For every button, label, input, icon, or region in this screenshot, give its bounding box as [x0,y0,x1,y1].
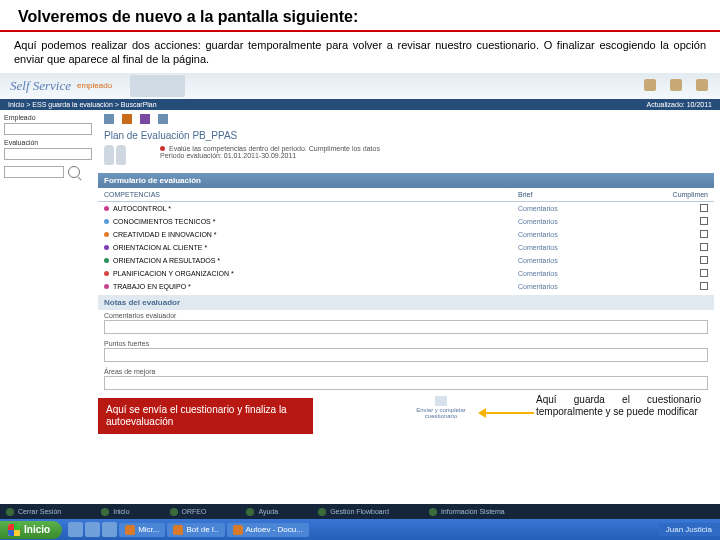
input-areas[interactable] [104,376,708,390]
competency-checkbox[interactable] [700,230,708,238]
plan-title: Plan de Evaluación PB_PPAS [104,130,237,141]
competency-checkbox[interactable] [700,256,708,264]
competency-table-header: COMPETENCIAS Brief Cumplimen [98,188,714,202]
th-brief: Brief [518,191,658,198]
competency-checkbox[interactable] [700,269,708,277]
bullet-icon [104,232,109,237]
banner-icon-group [644,79,708,91]
competency-brief-link[interactable]: Comentarios [518,205,658,212]
app-banner: Self Service empleado [0,73,720,99]
competency-name: ORIENTACION AL CLIENTE * [113,244,518,251]
meta-line-1: Evalúe las competencias dentro del perio… [160,145,380,152]
competency-name: CONOCIMIENTOS TECNICOS * [113,218,518,225]
competency-brief-link[interactable]: Comentarios [518,270,658,277]
footer-link[interactable]: Ayuda [246,508,278,516]
system-tray[interactable]: Juan Justicia [658,523,720,536]
bullet-icon [104,258,109,263]
taskbar-task[interactable]: Autoev - Docu... [227,523,309,537]
breadcrumb-path[interactable]: Inicio > ESS guarda la evaluación > Busc… [8,101,157,108]
footer-dot-icon [429,508,437,516]
search-input[interactable] [4,166,64,178]
slide-intro: Aquí podemos realizar dos acciones: guar… [0,32,720,73]
competency-brief-link[interactable]: Comentarios [518,244,658,251]
competency-brief-link[interactable]: Comentarios [518,218,658,225]
employee-input[interactable] [4,123,92,135]
competency-row[interactable]: AUTOCONTROL *Comentarios [98,202,714,215]
task-app-icon [125,525,135,535]
footer-link[interactable]: Gestión Flowboard [318,508,389,516]
bullet-icon [104,206,109,211]
competency-name: TRABAJO EN EQUIPO * [113,283,518,290]
sidebar-label-employee: Empleado [4,114,94,121]
callout-save: Aquí guarda el cuestionario temporalment… [536,394,701,419]
footer-dot-icon [246,508,254,516]
bullet-icon [104,219,109,224]
competency-name: PLANIFICACION Y ORGANIZACION * [113,270,518,277]
label-comentarios: Comentarios evaluador [104,312,708,319]
competency-checkbox[interactable] [700,243,708,251]
bullet-icon [104,284,109,289]
competency-row[interactable]: ORIENTACION AL CLIENTE *Comentarios [98,241,714,254]
main-panel: Plan de Evaluación PB_PPAS Evalúe las co… [98,110,720,394]
breadcrumb-bar: Inicio > ESS guarda la evaluación > Busc… [0,99,720,110]
toolbar-icon-4[interactable] [158,114,168,124]
people-illustration [104,145,130,167]
competency-brief-link[interactable]: Comentarios [518,231,658,238]
competency-brief-link[interactable]: Comentarios [518,283,658,290]
footer-link[interactable]: Cerrar Sesión [6,508,61,516]
app-footer: Cerrar SesiónInicioORFEOAyudaGestión Flo… [0,504,720,519]
taskbar-task[interactable]: Bot de I.. [167,523,224,537]
sidebar: Empleado Evaluación [0,110,98,394]
competency-row[interactable]: CONOCIMIENTOS TECNICOS *Comentarios [98,215,714,228]
competency-checkbox[interactable] [700,282,708,290]
task-app-icon [233,525,243,535]
start-button[interactable]: Inicio [0,521,62,539]
section-form-header: Formulario de evaluación [98,173,714,188]
quicklaunch-icon-3[interactable] [102,522,117,537]
footer-dot-icon [318,508,326,516]
competency-row[interactable]: PLANIFICACION Y ORGANIZACION *Comentario… [98,267,714,280]
competency-name: ORIENTACION A RESULTADOS * [113,257,518,264]
competency-name: CREATIVIDAD E INNOVACION * [113,231,518,238]
th-competencias: COMPETENCIAS [104,191,518,198]
app-logo-subtitle: empleado [77,81,112,90]
toolbar-icon-3[interactable] [140,114,150,124]
label-areas: Áreas de mejora [104,368,708,375]
competency-row[interactable]: CREATIVIDAD E INNOVACION *Comentarios [98,228,714,241]
windows-taskbar: Inicio Micr...Bot de I..Autoev - Docu...… [0,519,720,540]
quicklaunch-icon-1[interactable] [68,522,83,537]
banner-help-icon[interactable] [696,79,708,91]
search-icon[interactable] [68,166,80,178]
competency-name: AUTOCONTROL * [113,205,518,212]
footer-link[interactable]: Información Sistema [429,508,505,516]
bullet-icon [104,245,109,250]
footer-link[interactable]: Inicio [101,508,129,516]
toolbar [98,112,714,128]
toolbar-icon-1[interactable] [104,114,114,124]
input-comentarios[interactable] [104,320,708,334]
competency-checkbox[interactable] [700,204,708,212]
taskbar-task[interactable]: Micr... [119,523,165,537]
banner-illustration [130,75,185,97]
sidebar-label-evaluation: Evaluación [4,139,94,146]
quicklaunch-icon-2[interactable] [85,522,100,537]
competency-checkbox[interactable] [700,217,708,225]
evaluation-input[interactable] [4,148,92,160]
competency-row[interactable]: ORIENTACION A RESULTADOS *Comentarios [98,254,714,267]
competency-brief-link[interactable]: Comentarios [518,257,658,264]
save-icon [435,396,447,406]
footer-link[interactable]: ORFEO [170,508,207,516]
banner-tools-icon[interactable] [670,79,682,91]
windows-flag-icon [8,524,20,536]
slide-title: Volveremos de nuevo a la pantalla siguie… [0,0,720,32]
toolbar-icon-2[interactable] [122,114,132,124]
callout-send: Aquí se envía el cuestionario y finaliza… [98,398,313,434]
input-puntos[interactable] [104,348,708,362]
competency-row[interactable]: TRABAJO EN EQUIPO *Comentarios [98,280,714,293]
task-app-icon [173,525,183,535]
arrow-icon [478,408,534,418]
footer-dot-icon [101,508,109,516]
action-save-temp[interactable]: Enviar y completar cuestionario [415,396,467,419]
banner-user-icon[interactable] [644,79,656,91]
th-criteria: Cumplimen [658,191,708,198]
